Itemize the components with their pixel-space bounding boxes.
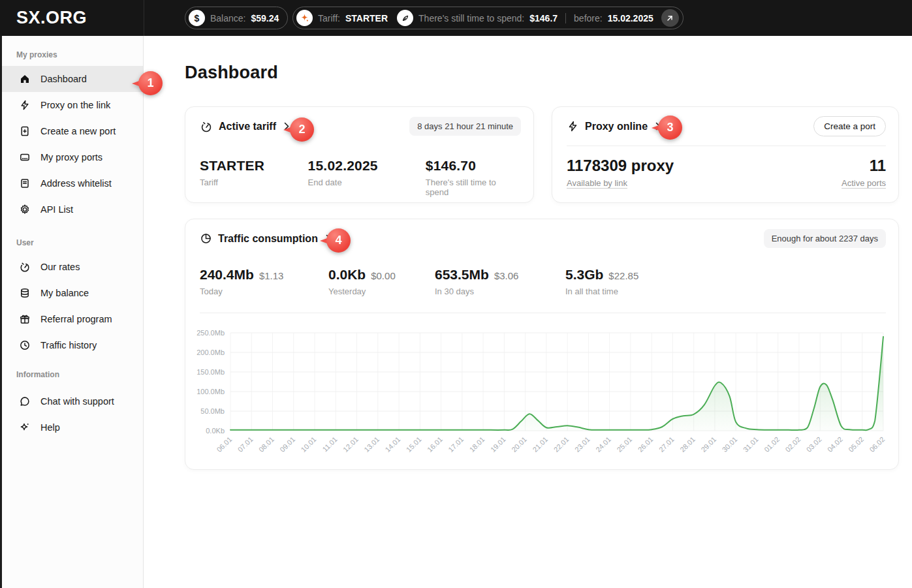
svg-text:03.02: 03.02 [805,435,823,454]
svg-text:09.01: 09.01 [278,435,296,454]
svg-text:20.01: 20.01 [510,435,528,454]
estimate-badge: Enough for about 2237 days [764,229,886,248]
before-label: before: [574,13,603,23]
card-title: Traffic consumption [218,233,318,245]
quill-icon [397,10,413,26]
svg-text:24.01: 24.01 [594,435,612,454]
card-title: Active tariff [219,121,276,132]
balance-label: Balance: [210,13,245,23]
end-date-label: End date [308,178,426,187]
svg-text:08.01: 08.01 [257,435,275,454]
callout-number: 4 [326,228,351,253]
sidebar-item-label: My balance [40,288,89,298]
yesterday-label: Yesterday [328,286,435,296]
tariff-name-value: STARTER [200,158,308,174]
gift-icon [19,313,31,325]
svg-text:14.01: 14.01 [384,435,402,454]
sidebar-item-proxy-on-the-link[interactable]: Proxy on the link [0,92,143,118]
svg-text:01.02: 01.02 [763,435,781,454]
svg-text:27.01: 27.01 [657,435,676,454]
sidebar-item-my-proxy-ports[interactable]: My proxy ports [0,144,143,170]
sidebar-item-label: Dashboard [40,74,87,84]
database-icon [19,287,31,299]
traffic-title-link[interactable]: Traffic consumption [200,232,331,245]
sidebar-item-help[interactable]: Help [0,414,143,441]
traffic-consumption-card: Traffic consumption Enough for about 223… [185,219,899,470]
svg-text:18.01: 18.01 [468,435,486,454]
sidebar-item-create-a-new-port[interactable]: Create a new port [0,118,143,144]
annotation-callout-4: 4 [320,228,351,253]
sidebar-item-label: API List [40,204,73,215]
sidebar-section-user: User [16,238,143,247]
sidebar-item-label: Proxy on the link [40,100,110,110]
topbar-separator [144,0,144,36]
svg-text:250.0Mb: 250.0Mb [197,329,225,337]
svg-text:28.01: 28.01 [678,435,697,454]
active-tariff-title-link[interactable]: Active tariff [200,120,289,133]
alltime-value: 5.3Gb [565,267,603,283]
gauge-icon [19,261,31,273]
sidebar-item-label: Address whitelist [40,178,112,189]
active-ports-link[interactable]: Active ports [841,178,886,188]
sidebar-item-our-rates[interactable]: Our rates [0,254,143,280]
annotation-callout-3: 3 [652,116,682,140]
svg-text:10.01: 10.01 [299,435,317,454]
balance-pill[interactable]: $ Balance: $59.24 [185,7,288,29]
end-date-value: 15.02.2025 [308,158,426,174]
arrow-up-right-icon[interactable] [661,9,679,27]
svg-text:07.01: 07.01 [236,435,255,454]
available-by-link[interactable]: Available by link [567,178,627,188]
sidebar-item-traffic-history[interactable]: Traffic history [0,332,143,358]
sidebar-item-address-whitelist[interactable]: Address whitelist [0,170,143,196]
svg-text:19.01: 19.01 [489,435,507,454]
sidebar-item-my-balance[interactable]: My balance [0,280,143,306]
file-plus-icon [19,125,31,137]
svg-text:05.02: 05.02 [847,435,865,454]
sidebar-item-chat-with-support[interactable]: Chat with support [0,388,143,414]
document-lines-icon [19,178,31,189]
yesterday-amount: $0.00 [371,270,396,281]
spend-left-label: There's still time to spend [426,178,519,197]
card-divider [200,313,886,313]
sidebar-item-label: Our rates [40,262,80,272]
svg-text:26.01: 26.01 [637,435,655,454]
sparkles-icon [19,422,31,433]
sidebar-item-label: Traffic history [40,340,97,350]
sidebar-item-referral-program[interactable]: Referral program [0,306,143,332]
svg-text:100.0Mb: 100.0Mb [197,388,225,395]
sidebar: My proxies Dashboard Proxy on the link C… [0,36,144,588]
svg-text:13.01: 13.01 [362,435,381,454]
svg-text:31.01: 31.01 [742,435,760,454]
sidebar-item-label: Referral program [40,314,112,324]
svg-text:15.01: 15.01 [405,435,423,454]
home-icon [19,73,31,85]
svg-text:02.02: 02.02 [783,435,802,454]
sidebar-item-api-list[interactable]: API List [0,196,143,223]
time-left-badge: 8 days 21 hour 21 minute [409,117,521,136]
tariff-name-label: Tariff [200,178,308,187]
sidebar-item-dashboard[interactable]: Dashboard [0,66,143,92]
proxy-online-title-link[interactable]: Proxy online [567,120,661,132]
today-value: 240.4Mb [200,267,254,283]
active-tariff-card: Active tariff 8 days 21 hour 21 minute S… [185,106,534,203]
chat-bubble-icon [19,395,31,407]
dollar-coin-icon: $ [189,10,205,26]
tariff-pill[interactable]: Tariff: STARTER There's still time to sp… [292,7,684,29]
traffic-chart: 250.0Mb200.0Mb150.0Mb100.0Mb50.0Mb0.0Kb0… [191,324,894,469]
today-amount: $1.13 [259,270,284,281]
create-port-button[interactable]: Create a port [813,116,886,136]
svg-text:30.01: 30.01 [721,435,739,454]
before-value: 15.02.2025 [608,13,653,23]
clock-icon [19,339,31,351]
gauge-icon [200,120,213,133]
spend-value: $146.7 [529,13,558,23]
drive-icon [19,151,31,163]
svg-text:21.01: 21.01 [531,435,549,454]
topbar: SX.ORG $ Balance: $59.24 Tariff: STARTER… [0,0,912,36]
callout-number: 2 [290,117,314,142]
sidebar-item-label: Create a new port [40,126,116,136]
sidebar-item-label: Chat with support [40,396,114,407]
svg-text:200.0Mb: 200.0Mb [197,348,225,356]
logo: SX.ORG [16,0,87,36]
svg-text:11.01: 11.01 [321,435,338,453]
